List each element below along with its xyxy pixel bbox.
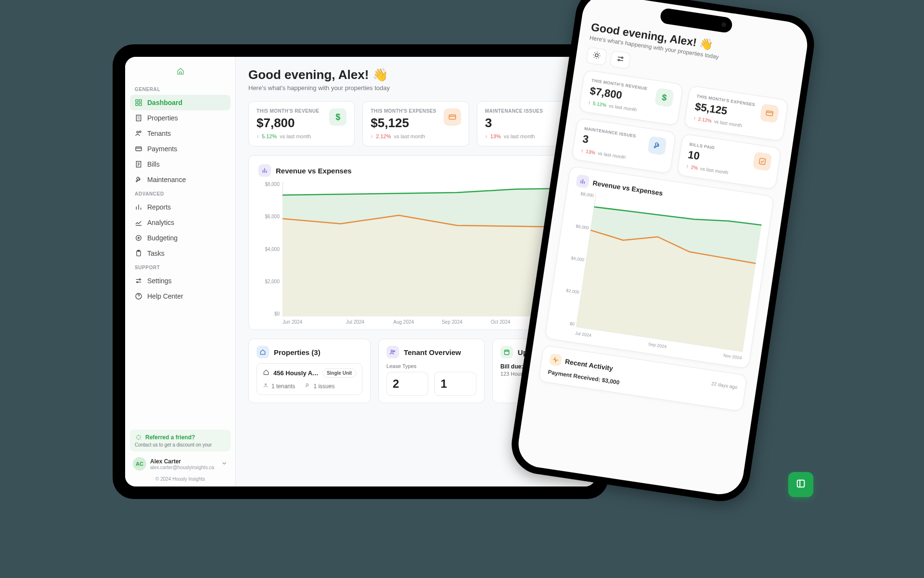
stat-pct: 2% bbox=[691, 164, 698, 171]
greeting-subtitle: Here's what's happening with your proper… bbox=[248, 84, 583, 92]
stat-card-expenses: THIS MONTH'S EXPENSES $5,125 ↑2.12%vs la… bbox=[684, 85, 789, 142]
arrow-up-icon: ↑ bbox=[371, 134, 373, 139]
section-label-support: SUPPORT bbox=[130, 261, 231, 273]
arrow-up-icon: ↑ bbox=[580, 148, 584, 154]
x-tick: Sep 2024 bbox=[648, 342, 667, 349]
sidebar-item-budgeting[interactable]: Budgeting bbox=[130, 230, 231, 246]
stat-note: vs last month bbox=[504, 133, 535, 139]
chart-plot-area bbox=[576, 194, 762, 354]
sidebar-item-label: Tasks bbox=[147, 250, 165, 257]
chart-title: Revenue vs Expenses bbox=[276, 167, 352, 175]
phone-chart-card: Revenue vs Expenses $8,000 $6,000 $4,000… bbox=[545, 166, 774, 368]
filter-button[interactable] bbox=[610, 50, 631, 69]
lease-type-count: 1 bbox=[434, 372, 476, 396]
line-chart-icon bbox=[135, 219, 142, 226]
sidebar-item-help[interactable]: Help Center bbox=[130, 289, 231, 304]
sidebar-item-bills[interactable]: Bills bbox=[130, 157, 231, 172]
help-icon bbox=[135, 292, 142, 300]
bar-chart-icon bbox=[258, 164, 271, 177]
sidebar-item-label: Bills bbox=[147, 160, 160, 168]
y-tick: $6,000 bbox=[258, 214, 280, 219]
piggy-icon bbox=[135, 234, 142, 242]
sidebar-item-tasks[interactable]: Tasks bbox=[130, 246, 231, 261]
y-tick: $4,000 bbox=[565, 255, 585, 263]
stat-card-bills-paid: BILLS PAID 10 ↑2%vs last month bbox=[677, 133, 782, 190]
chart-y-axis: $8,000 $6,000 $4,000 $2,000 $0 bbox=[258, 182, 282, 316]
stat-pct: 2.12% bbox=[376, 133, 391, 139]
stat-pct: 5.12% bbox=[592, 101, 607, 108]
svg-rect-29 bbox=[797, 480, 805, 487]
sidebar-item-analytics[interactable]: Analytics bbox=[130, 215, 231, 230]
sliders-icon bbox=[135, 277, 142, 285]
sidebar-item-label: Payments bbox=[147, 145, 177, 153]
card-title: Tenant Overview bbox=[404, 348, 461, 356]
arrow-up-icon: ↑ bbox=[693, 116, 696, 121]
referral-subtitle: Contact us to get a discount on your bbox=[135, 442, 226, 447]
user-menu[interactable]: AC Alex Carter alex.carter@houslyinsight… bbox=[130, 454, 231, 473]
properties-card: Properties (3) 456 Hously Aven… Single U… bbox=[248, 339, 371, 403]
y-tick: $2,000 bbox=[560, 287, 580, 295]
sidebar-item-label: Properties bbox=[147, 114, 178, 122]
svg-point-6 bbox=[140, 131, 141, 132]
sidebar-item-maintenance[interactable]: Maintenance bbox=[130, 172, 231, 187]
wrench-small-icon bbox=[305, 382, 310, 390]
property-tag: Single Unit bbox=[322, 368, 356, 378]
greeting-block: Good evening, Alex! 👋 Here's what's happ… bbox=[248, 67, 583, 92]
stat-pct: 13% bbox=[490, 133, 501, 139]
people-icon bbox=[386, 346, 399, 358]
sun-icon bbox=[591, 51, 602, 62]
sidebar-item-reports[interactable]: Reports bbox=[130, 199, 231, 215]
referral-banner[interactable]: Referred a friend? Contact us to get a d… bbox=[130, 430, 231, 451]
section-label-general: GENERAL bbox=[130, 83, 231, 95]
x-tick: Oct 2024 bbox=[476, 319, 525, 325]
x-tick: Nov 2024 bbox=[723, 353, 742, 361]
sidebar-item-settings[interactable]: Settings bbox=[130, 273, 231, 289]
property-entry[interactable]: 456 Hously Aven… Single Unit 1 tenants 1… bbox=[257, 363, 362, 395]
sidebar-item-properties[interactable]: Properties bbox=[130, 110, 231, 126]
sliders-icon bbox=[616, 54, 626, 66]
wrench-icon bbox=[647, 136, 667, 156]
fab-panels-button[interactable] bbox=[788, 472, 813, 497]
greeting-title: Good evening, Alex! bbox=[248, 67, 369, 82]
stat-value: $7,800 bbox=[257, 116, 324, 131]
svg-point-22 bbox=[595, 53, 598, 57]
arrow-up-icon: ↑ bbox=[686, 164, 689, 170]
svg-point-5 bbox=[137, 131, 139, 133]
stat-note: vs last month bbox=[608, 103, 637, 113]
stat-pct: 2.12% bbox=[698, 116, 712, 123]
sidebar-item-dashboard[interactable]: Dashboard bbox=[130, 95, 231, 110]
card-title: Recent Activity bbox=[565, 357, 614, 372]
svg-point-24 bbox=[618, 59, 619, 61]
svg-rect-21 bbox=[504, 350, 509, 355]
building-icon bbox=[135, 114, 142, 122]
x-tick: Sep 2024 bbox=[428, 319, 476, 325]
wrench-icon bbox=[135, 176, 142, 184]
svg-point-20 bbox=[394, 351, 395, 352]
y-tick: $2,000 bbox=[258, 279, 280, 284]
svg-point-18 bbox=[265, 384, 267, 385]
receipt-icon bbox=[135, 160, 142, 168]
svg-rect-4 bbox=[136, 115, 141, 121]
sparkle-icon bbox=[135, 434, 142, 441]
stat-card-revenue: THIS MONTH'S REVENUE $7,800 ↑5.12%vs las… bbox=[578, 69, 683, 126]
theme-toggle-button[interactable] bbox=[586, 47, 607, 66]
stat-pct: 13% bbox=[585, 149, 595, 156]
stat-note: vs last month bbox=[280, 133, 311, 139]
panels-icon bbox=[796, 478, 806, 491]
sidebar-item-label: Maintenance bbox=[147, 176, 186, 184]
svg-rect-1 bbox=[139, 100, 141, 102]
stat-note: vs last month bbox=[714, 118, 743, 128]
app-logo bbox=[130, 66, 231, 83]
chart-plot-area bbox=[282, 182, 573, 316]
sidebar-item-label: Dashboard bbox=[147, 99, 182, 106]
svg-rect-7 bbox=[136, 147, 141, 151]
bar-chart-icon bbox=[135, 203, 142, 211]
property-name: 456 Hously Aven… bbox=[273, 369, 319, 377]
sidebar-item-tenants[interactable]: Tenants bbox=[130, 126, 231, 141]
lease-type-count: 2 bbox=[386, 372, 428, 396]
wave-emoji-icon: 👋 bbox=[698, 37, 714, 52]
sidebar-item-payments[interactable]: Payments bbox=[130, 141, 231, 157]
sidebar: GENERAL Dashboard Properties Tenants Pay… bbox=[125, 57, 236, 486]
svg-point-23 bbox=[621, 57, 623, 58]
y-tick: $4,000 bbox=[258, 247, 280, 252]
